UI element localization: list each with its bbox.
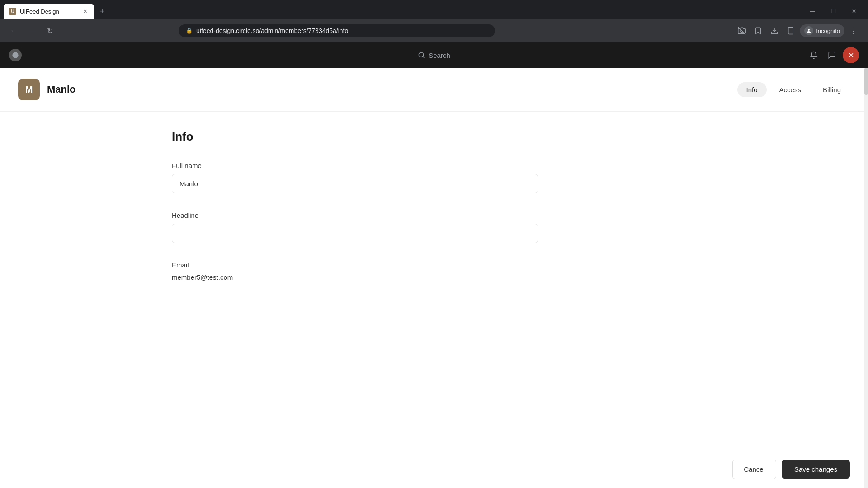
- email-value: member5@test.com: [172, 273, 696, 281]
- save-changes-button[interactable]: Save changes: [782, 460, 850, 479]
- header-actions: ✕: [807, 47, 859, 63]
- tab-info[interactable]: Info: [737, 82, 767, 97]
- search-bar[interactable]: Search: [418, 52, 450, 59]
- url-bar[interactable]: 🔒 uifeed-design.circle.so/admin/members/…: [179, 24, 495, 37]
- email-label: Email: [172, 261, 696, 269]
- app-header: Search ✕: [0, 42, 868, 68]
- full-name-label: Full name: [172, 162, 696, 169]
- chat-icon[interactable]: [825, 48, 839, 62]
- minimize-button[interactable]: —: [802, 4, 823, 19]
- toolbar-actions: Incognito ⋮: [735, 23, 861, 38]
- download-icon[interactable]: [767, 23, 782, 38]
- member-header: M Manlo Info Access Billing: [0, 68, 868, 112]
- svg-line-0: [738, 27, 746, 35]
- scrollbar[interactable]: [864, 68, 868, 488]
- tab-bar: U UIFeed Design ✕ + — ❐ ✕: [0, 0, 868, 19]
- section-heading: Info: [163, 130, 705, 144]
- new-tab-button[interactable]: +: [96, 5, 108, 18]
- lock-icon: 🔒: [186, 28, 193, 34]
- bookmark-icon[interactable]: [751, 23, 765, 38]
- phone-icon[interactable]: [783, 23, 798, 38]
- svg-point-5: [419, 52, 424, 57]
- app-logo: [9, 49, 22, 61]
- url-text: uifeed-design.circle.so/admin/members/77…: [196, 27, 488, 34]
- full-name-input[interactable]: [172, 174, 538, 193]
- headline-input[interactable]: [172, 224, 538, 243]
- svg-point-4: [12, 52, 18, 58]
- search-placeholder: Search: [429, 52, 450, 59]
- cancel-button[interactable]: Cancel: [732, 460, 776, 479]
- back-button[interactable]: ←: [7, 24, 20, 37]
- tab-billing[interactable]: Billing: [814, 82, 850, 97]
- window-controls: — ❐ ✕: [802, 4, 868, 19]
- close-window-button[interactable]: ✕: [844, 4, 864, 19]
- headline-label: Headline: [172, 211, 696, 219]
- page-content: M Manlo Info Access Billing Info Full na…: [0, 68, 868, 317]
- full-name-field-group: Full name: [163, 162, 705, 193]
- scrollbar-thumb[interactable]: [864, 68, 868, 95]
- browser-tab-active[interactable]: U UIFeed Design ✕: [4, 4, 94, 19]
- tabs-navigation: Info Access Billing: [737, 82, 850, 97]
- incognito-label: Incognito: [816, 28, 840, 34]
- member-avatar: M: [18, 79, 40, 100]
- maximize-button[interactable]: ❐: [823, 4, 844, 19]
- svg-line-6: [423, 56, 424, 58]
- notification-icon[interactable]: [807, 48, 821, 62]
- headline-field-group: Headline: [163, 211, 705, 243]
- camera-off-icon[interactable]: [735, 23, 749, 38]
- email-field-group: Email member5@test.com: [163, 261, 705, 281]
- footer-actions: Cancel Save changes: [0, 450, 868, 488]
- panel-close-button[interactable]: ✕: [843, 47, 859, 63]
- forward-button[interactable]: →: [25, 24, 38, 37]
- address-bar: ← → ↻ 🔒 uifeed-design.circle.so/admin/me…: [0, 19, 868, 42]
- tab-access[interactable]: Access: [770, 82, 810, 97]
- tab-close-button[interactable]: ✕: [81, 8, 89, 15]
- member-name: Manlo: [47, 84, 76, 95]
- tab-favicon: U: [9, 8, 16, 15]
- main-form-area: Info Full name Headline Email member5@te…: [163, 112, 705, 317]
- incognito-icon: [804, 26, 813, 35]
- browser-menu-button[interactable]: ⋮: [846, 23, 861, 38]
- tab-title: UIFeed Design: [20, 8, 78, 15]
- refresh-button[interactable]: ↻: [43, 24, 56, 37]
- incognito-button[interactable]: Incognito: [800, 24, 844, 37]
